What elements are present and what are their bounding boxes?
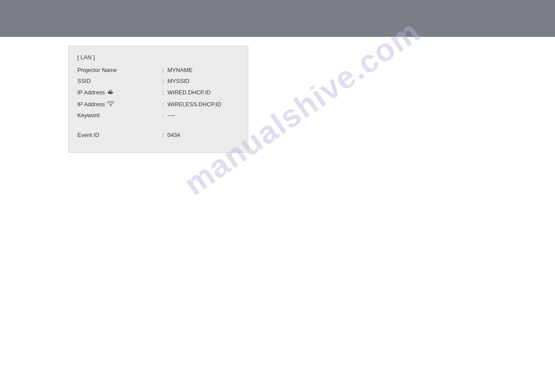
svg-rect-0	[108, 92, 113, 94]
ssid-label: SSID	[77, 78, 159, 84]
keyword-value: ----	[167, 112, 239, 119]
event-id-colon: :	[159, 132, 167, 138]
wireless-icon	[107, 101, 115, 108]
lan-divider	[77, 123, 239, 132]
ssid-colon: :	[159, 78, 167, 84]
ip-address-wired-label: IP Address	[77, 89, 159, 96]
keyword-row: Keyword : ----	[77, 112, 239, 119]
keyword-label: Keyword	[77, 112, 159, 119]
keyword-colon: :	[159, 112, 167, 119]
ssid-row: SSID : MYSSID	[77, 78, 239, 84]
ip-address-wireless-value: WIRELESS.DHCP.ID	[167, 101, 239, 108]
svg-point-4	[110, 105, 111, 106]
svg-rect-2	[111, 90, 112, 92]
ip-address-wireless-colon: :	[159, 101, 167, 108]
ip-address-wired-colon: :	[159, 89, 167, 96]
top-bar	[0, 0, 555, 37]
svg-rect-1	[109, 90, 110, 92]
event-id-label: Event ID	[77, 132, 159, 138]
projector-name-row: Projector Name : MYNAME	[77, 67, 239, 73]
ip-address-wireless-row: IP Address : WIRELESS.DHCP.ID	[77, 101, 239, 108]
svg-rect-3	[109, 94, 111, 94]
projector-name-label: Projector Name	[77, 67, 159, 73]
main-content: [ LAN ] Projector Name : MYNAME SSID : M…	[0, 37, 555, 46]
lan-panel: [ LAN ] Projector Name : MYNAME SSID : M…	[68, 46, 248, 153]
event-id-row: Event ID : 0434	[77, 132, 239, 138]
ssid-value: MYSSID	[167, 78, 239, 84]
lan-section-title: [ LAN ]	[77, 54, 239, 61]
projector-name-value: MYNAME	[167, 67, 239, 73]
projector-name-colon: :	[159, 67, 167, 73]
ip-address-wired-value: WIRED.DHCP.ID	[167, 89, 239, 96]
wired-icon	[107, 89, 114, 97]
ip-address-wireless-label: IP Address	[77, 101, 159, 108]
event-id-value: 0434	[167, 132, 239, 138]
ip-address-wired-row: IP Address : WIRED.DHCP.ID	[77, 89, 239, 96]
